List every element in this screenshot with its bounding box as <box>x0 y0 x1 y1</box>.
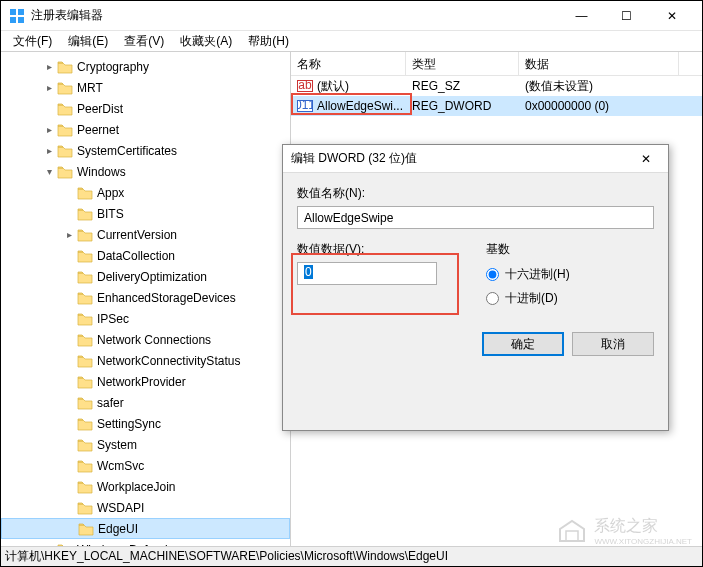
tree-label: SystemCertificates <box>77 144 177 158</box>
menubar: 文件(F) 编辑(E) 查看(V) 收藏夹(A) 帮助(H) <box>1 31 702 52</box>
tree-node[interactable]: WcmSvc <box>1 455 290 476</box>
registry-tree[interactable]: ▸Cryptography▸MRTPeerDist▸Peernet▸System… <box>1 54 290 547</box>
base-radio-group: 十六进制(H) 十进制(D) <box>486 262 654 310</box>
tree-label: PeerDist <box>77 102 123 116</box>
tree-label: NetworkProvider <box>97 375 186 389</box>
tree-label: WcmSvc <box>97 459 144 473</box>
expander-icon[interactable] <box>61 416 77 432</box>
expander-icon[interactable] <box>61 206 77 222</box>
expander-icon[interactable]: ▸ <box>41 122 57 138</box>
svg-rect-3 <box>18 17 24 23</box>
expander-icon[interactable] <box>61 374 77 390</box>
tree-node[interactable]: Network Connections <box>1 329 290 350</box>
cell-type: REG_SZ <box>412 79 460 93</box>
tree-label: CurrentVersion <box>97 228 177 242</box>
maximize-button[interactable]: ☐ <box>604 2 649 30</box>
value-name-input[interactable] <box>297 206 654 229</box>
tree-node[interactable]: ▸Peernet <box>1 119 290 140</box>
tree-node[interactable]: DeliveryOptimization <box>1 266 290 287</box>
tree-node[interactable]: SettingSync <box>1 413 290 434</box>
expander-icon[interactable] <box>61 248 77 264</box>
window-title: 注册表编辑器 <box>31 7 559 24</box>
tree-label: WorkplaceJoin <box>97 480 175 494</box>
value-name-label: 数值名称(N): <box>297 185 654 202</box>
radio-hex[interactable]: 十六进制(H) <box>486 262 654 286</box>
expander-icon[interactable] <box>61 269 77 285</box>
expander-icon[interactable] <box>61 437 77 453</box>
tree-node[interactable]: System <box>1 434 290 455</box>
svg-rect-2 <box>10 17 16 23</box>
tree-node[interactable]: safer <box>1 392 290 413</box>
edit-dword-dialog: 编辑 DWORD (32 位)值 ✕ 数值名称(N): 数值数据(V): 0 基… <box>282 144 669 431</box>
expander-icon[interactable] <box>41 101 57 117</box>
base-label: 基数 <box>486 241 654 258</box>
tree-label: BITS <box>97 207 124 221</box>
dialog-close-button[interactable]: ✕ <box>632 146 660 172</box>
expander-icon[interactable] <box>61 479 77 495</box>
highlight-annotation-2 <box>291 253 459 315</box>
expander-icon[interactable] <box>61 353 77 369</box>
col-name[interactable]: 名称 <box>291 52 406 75</box>
tree-node[interactable]: BITS <box>1 203 290 224</box>
expander-icon[interactable]: ▸ <box>61 227 77 243</box>
tree-node[interactable]: NetworkConnectivityStatus <box>1 350 290 371</box>
dialog-titlebar[interactable]: 编辑 DWORD (32 位)值 ✕ <box>283 145 668 173</box>
expander-icon[interactable] <box>61 458 77 474</box>
expander-icon[interactable]: ▸ <box>41 143 57 159</box>
tree-node[interactable]: ▸MRT <box>1 77 290 98</box>
tree-label: DataCollection <box>97 249 175 263</box>
menu-file[interactable]: 文件(F) <box>5 31 60 52</box>
tree-node[interactable]: PeerDist <box>1 98 290 119</box>
highlight-annotation <box>291 93 412 115</box>
tree-node[interactable]: EnhancedStorageDevices <box>1 287 290 308</box>
menu-favorites[interactable]: 收藏夹(A) <box>172 31 240 52</box>
tree-node[interactable]: WorkplaceJoin <box>1 476 290 497</box>
tree-node[interactable]: ▸CurrentVersion <box>1 224 290 245</box>
close-button[interactable]: ✕ <box>649 2 694 30</box>
tree-panel[interactable]: ▸Cryptography▸MRTPeerDist▸Peernet▸System… <box>1 52 291 547</box>
tree-label: Peernet <box>77 123 119 137</box>
expander-icon[interactable] <box>61 311 77 327</box>
menu-view[interactable]: 查看(V) <box>116 31 172 52</box>
expander-icon[interactable] <box>62 521 78 537</box>
tree-label: Cryptography <box>77 60 149 74</box>
tree-node[interactable]: DataCollection <box>1 245 290 266</box>
expander-icon[interactable] <box>61 290 77 306</box>
menu-edit[interactable]: 编辑(E) <box>60 31 116 52</box>
cancel-button[interactable]: 取消 <box>572 332 654 356</box>
minimize-button[interactable]: — <box>559 2 604 30</box>
tree-label: IPSec <box>97 312 129 326</box>
radio-dec[interactable]: 十进制(D) <box>486 286 654 310</box>
tree-node[interactable]: ▸SystemCertificates <box>1 140 290 161</box>
expander-icon[interactable]: ▸ <box>41 80 57 96</box>
tree-node[interactable]: NetworkProvider <box>1 371 290 392</box>
tree-node[interactable]: ▸Cryptography <box>1 56 290 77</box>
menu-help[interactable]: 帮助(H) <box>240 31 297 52</box>
cell-type: REG_DWORD <box>412 99 491 113</box>
svg-rect-1 <box>18 9 24 15</box>
tree-label: SettingSync <box>97 417 161 431</box>
expander-icon[interactable]: ▾ <box>41 164 57 180</box>
col-type[interactable]: 类型 <box>406 52 519 75</box>
expander-icon[interactable] <box>61 332 77 348</box>
tree-label: EnhancedStorageDevices <box>97 291 236 305</box>
dialog-buttons: 确定 取消 <box>283 322 668 366</box>
expander-icon[interactable] <box>61 185 77 201</box>
tree-node[interactable]: WSDAPI <box>1 497 290 518</box>
tree-node[interactable]: IPSec <box>1 308 290 329</box>
expander-icon[interactable] <box>61 395 77 411</box>
svg-rect-0 <box>10 9 16 15</box>
tree-node[interactable]: ▾Windows <box>1 161 290 182</box>
tree-node[interactable]: Appx <box>1 182 290 203</box>
col-data[interactable]: 数据 <box>519 52 679 75</box>
radio-hex-input[interactable] <box>486 268 499 281</box>
statusbar: 计算机\HKEY_LOCAL_MACHINE\SOFTWARE\Policies… <box>1 546 702 566</box>
cell-data: 0x00000000 (0) <box>525 99 609 113</box>
ok-button[interactable]: 确定 <box>482 332 564 356</box>
radio-dec-input[interactable] <box>486 292 499 305</box>
dialog-title: 编辑 DWORD (32 位)值 <box>291 150 632 167</box>
expander-icon[interactable]: ▸ <box>41 59 57 75</box>
expander-icon[interactable] <box>61 500 77 516</box>
tree-node[interactable]: EdgeUI <box>1 518 290 539</box>
svg-text:ab: ab <box>298 79 312 92</box>
